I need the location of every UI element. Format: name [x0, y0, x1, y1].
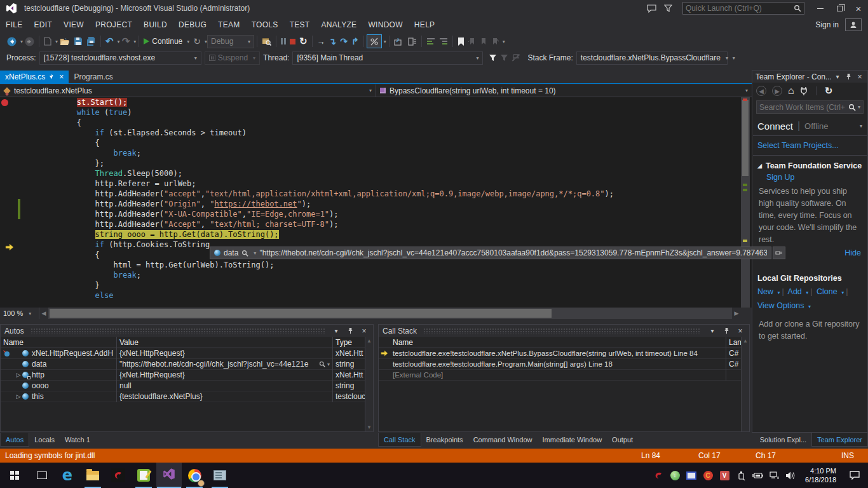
close-icon[interactable]: × — [359, 327, 369, 336]
show-threads-in-source-icon[interactable] — [367, 34, 382, 48]
menu-tools[interactable]: TOOLS — [246, 17, 284, 33]
continue-dropdown[interactable]: ▾ — [187, 39, 189, 44]
filter-threads-icon[interactable] — [489, 54, 497, 62]
te-back-icon[interactable]: ◀ — [756, 86, 766, 96]
tray-touchpad-icon[interactable] — [684, 463, 698, 488]
process-combo[interactable]: [15728] testcloudflare.vshost.exe▾ — [39, 51, 201, 65]
flag-threads-icon[interactable] — [512, 54, 520, 62]
stop-debugging-icon[interactable] — [288, 34, 297, 48]
scroll-right-arrow[interactable]: ▶ — [732, 310, 741, 316]
step-into-icon[interactable]: ↴ — [327, 34, 339, 48]
minimize-button[interactable] — [811, 1, 830, 15]
notifications-funnel-icon[interactable] — [660, 2, 676, 15]
callstack-scrollbar[interactable]: ▲ — [741, 337, 749, 431]
redo-dropdown[interactable]: ▾ — [133, 39, 136, 44]
visualizer-dropdown[interactable]: ▾ — [327, 362, 330, 367]
git-new-link[interactable]: New — [757, 287, 773, 296]
search-dropdown[interactable]: ▾ — [858, 104, 860, 110]
connect-header[interactable]: Connect | Offline ▾ — [752, 115, 867, 135]
editor-vertical-scrollbar[interactable] — [741, 97, 750, 308]
breakpoint-icon[interactable] — [1, 99, 8, 106]
save-icon[interactable] — [72, 34, 85, 48]
pin-icon[interactable] — [721, 327, 731, 334]
step-out-icon[interactable]: ↱ — [349, 34, 361, 48]
comment-lines-icon[interactable] — [424, 34, 437, 48]
open-file-icon[interactable] — [58, 34, 72, 48]
autos-scrollbar[interactable]: ▲▼ — [365, 337, 373, 431]
restart-debugging-icon[interactable]: ↻ — [297, 34, 309, 48]
panel-tab-output[interactable]: Output — [607, 433, 638, 447]
bookmark-icon[interactable] — [456, 34, 466, 48]
zoom-level-combo[interactable]: 100 %▾ — [0, 308, 39, 319]
connect-plug-icon[interactable] — [800, 86, 808, 95]
view-options-link[interactable]: View Options — [757, 301, 804, 310]
panel-tab-locals[interactable]: Locals — [29, 433, 60, 447]
menu-help[interactable]: HELP — [409, 17, 441, 33]
autos-row[interactable]: ▷http{xNet.HttpRequest}xNet.Htt — [1, 370, 373, 381]
callstack-column-headers[interactable]: Name Lang — [379, 337, 749, 348]
autos-column-headers[interactable]: Name Value Type — [1, 337, 373, 348]
callstack-row[interactable]: testcloudflare.exe!testcloudflare.xNetPl… — [379, 348, 749, 359]
code-editor[interactable]: st.Start(); while (true) { if (st.Elapse… — [0, 97, 752, 308]
tfs-section-header[interactable]: ◢ Team Foundation Service — [752, 156, 867, 172]
refresh-icon[interactable]: ↻ — [825, 85, 833, 97]
expander-icon[interactable]: ▷ — [15, 393, 22, 400]
panel-tab-autos[interactable]: Autos — [0, 433, 29, 447]
panel-tab-solution-expl[interactable]: Solution Expl... — [755, 433, 811, 447]
connect-dropdown[interactable]: ▾ — [860, 123, 862, 129]
step-over-icon[interactable]: ↷ — [338, 34, 349, 48]
quick-launch-input[interactable] — [683, 4, 794, 13]
work-items-search-box[interactable]: ▾ — [756, 100, 864, 114]
git-section-header[interactable]: Local Git Repositories — [752, 264, 867, 284]
tray-idm-icon[interactable]: ↓ — [668, 463, 682, 488]
sign-up-link[interactable]: Sign Up — [752, 172, 867, 182]
save-all-icon[interactable] — [85, 34, 98, 48]
tray-garena-icon[interactable] — [651, 463, 665, 488]
magnifier-icon[interactable] — [319, 361, 325, 367]
tray-volume-icon[interactable] — [783, 463, 797, 488]
pin-icon[interactable] — [49, 74, 55, 80]
toolbar-overflow-dropdown[interactable]: ▾ — [503, 39, 505, 44]
datatip-pin-icon[interactable] — [773, 247, 785, 259]
method-dropdown[interactable]: BypassCloudflare(string urlWeb, int time… — [376, 85, 752, 97]
tab-program-cs[interactable]: Program.cs — [69, 71, 118, 83]
threads-dropdown[interactable]: ▾ — [384, 39, 386, 44]
horizontal-scrollbar[interactable] — [48, 308, 732, 319]
team-explorer-title-bar[interactable]: Team Explorer - Con... ▾ × — [752, 71, 867, 83]
diagnostic-tools-icon[interactable] — [392, 34, 405, 48]
close-icon[interactable]: × — [735, 327, 745, 336]
menu-window[interactable]: WINDOW — [362, 17, 408, 33]
window-position-dropdown[interactable]: ▾ — [331, 327, 341, 334]
file-explorer-icon[interactable] — [80, 463, 105, 488]
class-dropdown[interactable]: testcloudflare.xNetPlus ▾ — [0, 85, 376, 97]
menu-file[interactable]: FILE — [0, 17, 29, 33]
tray-vysor-icon[interactable]: V — [717, 463, 731, 488]
next-bookmark-icon[interactable] — [478, 34, 489, 48]
panel-tab-breakpoints[interactable]: Breakpoints — [421, 433, 468, 447]
menu-team[interactable]: TEAM — [212, 17, 246, 33]
filter-flagged-icon[interactable] — [500, 54, 508, 62]
callstack-title-bar[interactable]: Call Stack ▾ × — [379, 325, 749, 337]
home-icon[interactable]: ⌂ — [788, 85, 794, 97]
break-all-icon[interactable] — [279, 34, 288, 48]
solution-configurations-combo[interactable]: Debug▾ — [207, 35, 254, 48]
taskbar-clock[interactable]: 4:10 PM 6/18/2018 — [800, 466, 841, 484]
autos-row[interactable]: oooonullstring — [1, 381, 373, 391]
window-position-dropdown[interactable]: ▾ — [834, 73, 841, 80]
uncomment-lines-icon[interactable] — [437, 34, 450, 48]
redo-icon[interactable]: ↷ — [120, 34, 132, 48]
undo-icon[interactable]: ↶ — [104, 34, 116, 48]
autos-row[interactable]: xNet.HttpRequest.AddH{xNet.HttpRequest}x… — [1, 348, 373, 359]
debugbar-overflow-dropdown[interactable]: ▾ — [733, 55, 735, 61]
panel-tab-command-window[interactable]: Command Window — [468, 433, 538, 447]
callstack-row[interactable]: testcloudflare.exe!testcloudflare.Progra… — [379, 359, 749, 370]
window-position-dropdown[interactable]: ▾ — [707, 327, 717, 334]
pin-icon[interactable] — [844, 73, 853, 80]
tray-ccleaner-icon[interactable]: C — [701, 463, 715, 488]
close-icon[interactable]: × — [855, 72, 864, 81]
search-icon[interactable] — [794, 4, 804, 12]
parallel-stacks-icon[interactable] — [405, 34, 419, 48]
close-icon[interactable]: × — [59, 72, 64, 81]
navigate-forward-icon[interactable] — [23, 34, 36, 48]
panel-tab-team-explorer[interactable]: Team Explorer — [811, 433, 868, 447]
